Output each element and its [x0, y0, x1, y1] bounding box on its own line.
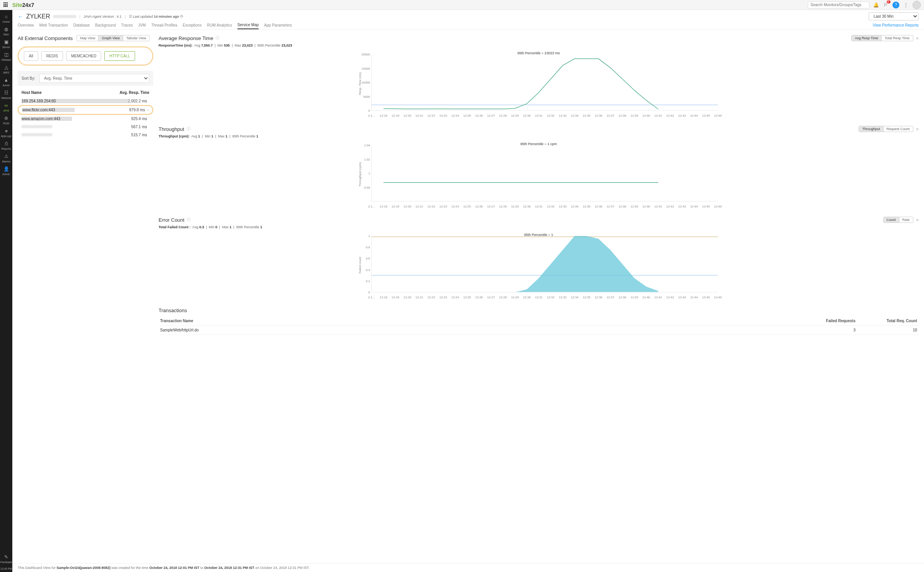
applogs-icon: ⎈ [0, 128, 12, 134]
filter-memcached[interactable]: MEMCACHED [66, 51, 102, 61]
azure-icon: ▲ [0, 77, 12, 83]
throughput-toggle-0[interactable]: Throughput [859, 126, 883, 132]
host-row[interactable]: 515.7 ms [18, 131, 153, 139]
chevron-right-icon: › [147, 108, 149, 112]
svg-text:12:29: 12:29 [511, 296, 519, 299]
tab-background[interactable]: Background [95, 22, 115, 29]
refresh-icon[interactable]: ⟳ [180, 14, 183, 18]
error-toggle-0[interactable]: Count [884, 217, 899, 222]
tab-database[interactable]: Database [74, 22, 90, 29]
sidenav-item-alarms[interactable]: ⚠Alarms [0, 152, 12, 165]
throughput-toggle: ThroughputRequest Count [859, 126, 913, 132]
sidenav-item-vmware[interactable]: ◫VMware [0, 50, 12, 63]
sidenav-item-azure[interactable]: ▲Azure [0, 76, 12, 89]
info-icon[interactable]: ⓘ [216, 35, 219, 41]
transaction-row[interactable]: SampleWeb/httpUrl.do310 [159, 326, 919, 335]
host-row[interactable]: 169.254.169.254:802,002.2 ms [18, 97, 153, 105]
tab-thread-profiles[interactable]: Thread Profiles [151, 22, 177, 29]
svg-text:12:21: 12:21 [416, 114, 424, 117]
menu-icon[interactable]: ≡ [916, 127, 919, 131]
sidenav-item-home[interactable]: ⌂Home [0, 12, 12, 25]
sort-select[interactable]: Avg. Resp. Time [39, 74, 149, 83]
help-icon[interactable]: ? [892, 2, 899, 8]
response-toggle-0[interactable]: Avg Resp Time [852, 35, 882, 41]
filter-all[interactable]: All [24, 51, 38, 61]
svg-text:12:44: 12:44 [690, 205, 698, 208]
menu-icon[interactable]: ≡ [916, 217, 919, 222]
filter-redis[interactable]: REDIS [41, 51, 63, 61]
response-chart-section: Average Response Time ⓘ Avg Resp TimeTot… [159, 35, 919, 119]
alerts-icon[interactable]: 🏳6 [882, 2, 889, 8]
error-toggle-1[interactable]: Rate [899, 217, 913, 222]
sidenav-item-web[interactable]: ◍Web [0, 25, 12, 38]
avatar[interactable] [912, 1, 921, 9]
tabs-row: OverviewWeb TransactionDatabaseBackgroun… [12, 21, 924, 30]
view-segment: Map ViewGraph ViewTabular View [77, 35, 150, 41]
svg-text:5000: 5000 [363, 95, 370, 99]
sidenav-item-server[interactable]: ▣Server [0, 38, 12, 50]
sidenav-item-admin[interactable]: 👤Admin [0, 165, 12, 177]
sidenav-item-network[interactable]: ☷Network [0, 89, 12, 101]
agent-version-label: JAVA Agent Version : 4.1 [84, 15, 122, 18]
time-range-select[interactable]: Last 30 Min [869, 12, 919, 20]
tab-web-transaction[interactable]: Web Transaction [39, 22, 68, 29]
host-row[interactable]: www.flickr.com:443979.8 ms› [18, 105, 153, 115]
view-map-view[interactable]: Map View [77, 35, 99, 41]
admin-icon: 👤 [0, 166, 12, 172]
throughput-toggle-1[interactable]: Request Count [884, 126, 913, 132]
bell-icon[interactable]: 🔔 [872, 2, 879, 8]
svg-text:12:22: 12:22 [428, 205, 436, 208]
error-chart-section: Error Count ⓘ CountRate ≡ Total Failed C… [159, 217, 919, 301]
svg-text:Failed count: Failed count [358, 256, 362, 273]
search-input[interactable] [808, 2, 869, 8]
sidenav-item-rum[interactable]: ⊚RUM [0, 114, 12, 127]
svg-text:0: 0 [368, 291, 370, 294]
tab-exceptions[interactable]: Exceptions [183, 22, 202, 29]
menu-icon[interactable]: ≡ [916, 36, 919, 40]
svg-text:Resp. Time (ms): Resp. Time (ms) [358, 72, 362, 95]
svg-text:12:27: 12:27 [487, 114, 495, 117]
svg-text:12:26: 12:26 [475, 205, 483, 208]
svg-text:12:36: 12:36 [595, 114, 603, 117]
back-icon[interactable]: ← [18, 13, 23, 20]
svg-text:12:23: 12:23 [439, 296, 448, 299]
svg-text:12:24: 12:24 [451, 114, 459, 117]
network-icon: ☷ [0, 90, 12, 95]
performance-reports-link[interactable]: View Performance Reports [873, 22, 919, 29]
tab-rum-analytics[interactable]: RUM Analytics [207, 22, 232, 29]
tab-jvm[interactable]: JVM [138, 22, 146, 29]
tab-overview[interactable]: Overview [18, 22, 34, 29]
home-icon: ⌂ [0, 14, 12, 19]
svg-text:12:27: 12:27 [487, 296, 495, 299]
response-toggle-1[interactable]: Total Resp Time [882, 35, 913, 41]
apps-icon[interactable] [3, 2, 8, 8]
error-title: Error Count [159, 217, 184, 223]
svg-text:12:40: 12:40 [642, 205, 650, 208]
info-icon[interactable]: ⓘ [187, 126, 190, 132]
view-graph-view[interactable]: Graph View [99, 35, 123, 41]
svg-text:12:37: 12:37 [607, 205, 615, 208]
topbar: Site24x7 🔔 🏳6 ? ⋮ [0, 0, 924, 10]
tab-service-map[interactable]: Service Map [237, 21, 259, 29]
tab-traces[interactable]: Traces [121, 22, 133, 29]
view-tabular-view[interactable]: Tabular View [123, 35, 149, 41]
sidenav-item-applogs[interactable]: ⎈AppLogs [0, 127, 12, 139]
host-row[interactable]: www.amazon.com:443925.4 ms [18, 115, 153, 123]
svg-text:0.6: 0.6 [366, 257, 370, 260]
settings-icon[interactable]: ⋮ [902, 2, 909, 8]
svg-text:1.04: 1.04 [364, 144, 370, 147]
sidenav-time: 12:45 PM [0, 565, 12, 572]
svg-text:12:21: 12:21 [416, 296, 424, 299]
info-icon[interactable]: ⓘ [187, 217, 190, 222]
response-title: Average Response Time [159, 35, 213, 41]
filter-http-call[interactable]: HTTP CALL [104, 51, 135, 61]
sidenav-item-aws[interactable]: △AWS [0, 63, 12, 76]
sidenav-item-reports[interactable]: ⎙Reports [0, 139, 12, 152]
host-row[interactable]: 567.1 ms [18, 123, 153, 131]
tab-app-parameters[interactable]: App Parameters [264, 22, 292, 29]
svg-text:12:30: 12:30 [523, 296, 531, 299]
sidenav-item-apm[interactable]: ∞APM [0, 101, 12, 114]
reports-icon: ⎙ [0, 141, 12, 146]
svg-text:12:37: 12:37 [607, 296, 615, 299]
sidenav-feedback[interactable]: ✎Feedback [0, 553, 12, 565]
